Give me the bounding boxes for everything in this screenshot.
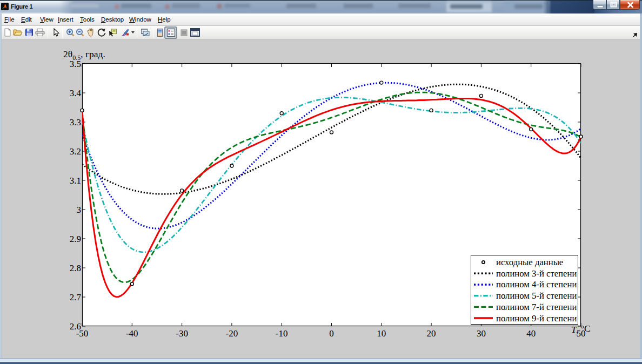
svg-text:-30: -30 (176, 328, 188, 339)
svg-text:полином 3-й степени: полином 3-й степени (496, 268, 577, 279)
svg-text:полином 4-й степени: полином 4-й степени (496, 279, 577, 289)
svg-text:20: 20 (427, 328, 436, 339)
svg-text:-10: -10 (276, 328, 288, 339)
svg-text:10: 10 (377, 328, 386, 339)
svg-text:2.6: 2.6 (70, 321, 81, 332)
svg-text:2.8: 2.8 (70, 263, 81, 273)
svg-text:3.4: 3.4 (70, 88, 82, 98)
svg-text:,: , (576, 325, 578, 335)
svg-text:2.7: 2.7 (70, 292, 82, 302)
svg-text:3.3: 3.3 (70, 117, 81, 127)
svg-text:30: 30 (477, 328, 486, 339)
svg-text:40: 40 (526, 328, 536, 339)
svg-text:2.9: 2.9 (70, 234, 81, 244)
svg-text:3.2: 3.2 (70, 146, 81, 157)
svg-text:0: 0 (329, 328, 334, 339)
svg-text:полином 9-й степени: полином 9-й степени (496, 313, 577, 323)
svg-text:°C: °C (580, 323, 591, 334)
svg-text:полином 7-й степени: полином 7-й степени (496, 302, 577, 312)
svg-text:3.1: 3.1 (70, 176, 81, 186)
svg-text:-20: -20 (226, 328, 238, 339)
svg-text:-40: -40 (126, 328, 138, 339)
svg-text:полином 5-й степени: полином 5-й степени (496, 291, 577, 301)
svg-text:3: 3 (77, 205, 82, 215)
svg-text:исходные данные: исходные данные (496, 257, 563, 267)
